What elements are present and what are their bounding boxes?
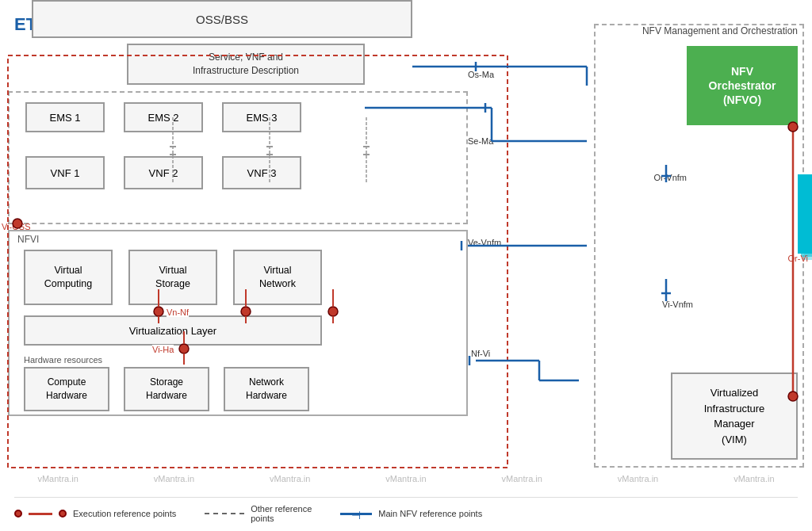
watermark-5: vMantra.in xyxy=(502,474,542,483)
vim-box: VirtualizedInfrastructureManager(VIM) xyxy=(671,372,798,460)
virtualization-layer-box: Virtualization Layer xyxy=(24,315,322,346)
legend-red-dot-left xyxy=(14,510,22,518)
vnf-row: VNF 1 VNF 2 VNF 3 xyxy=(25,156,301,189)
legend-dashed-line xyxy=(205,513,244,514)
or-vi-label: Or-Vi xyxy=(788,254,808,263)
legend-execution-ref: Execution reference points xyxy=(14,509,176,518)
legend-red-line xyxy=(29,513,52,515)
service-vnf-box: Service, VNF and Infrastructure Descript… xyxy=(127,44,365,85)
legend: Execution reference points Other referen… xyxy=(14,497,798,523)
vn-nf-label: Vn-Nf xyxy=(167,308,189,317)
hardware-resources-row: ComputeHardware StorageHardware NetworkH… xyxy=(24,367,309,411)
watermark-7: vMantra.in xyxy=(733,474,774,483)
network-hardware-box: NetworkHardware xyxy=(224,367,309,411)
legend-red-dot-right xyxy=(59,510,67,518)
vnf2-box: VNF 2 xyxy=(124,156,203,189)
legend-execution-text: Execution reference points xyxy=(73,509,176,518)
nfvi-label: NFVI xyxy=(17,234,39,245)
oss-bss-box: OSS/BSS xyxy=(32,0,412,38)
watermark-1: vMantra.in xyxy=(37,474,78,483)
vnf-section: EMS 1 EMS 2 EMS 3 VNF 1 VNF 2 VNF 3 xyxy=(8,91,468,224)
watermark-4: vMantra.in xyxy=(385,474,426,483)
ems-row: EMS 1 EMS 2 EMS 3 xyxy=(25,102,301,132)
watermark-row: vMantra.in vMantra.in vMantra.in vMantra… xyxy=(0,474,812,483)
vi-vnfm-label: Vi-Vnfm xyxy=(662,300,693,309)
legend-other-text: Other reference points xyxy=(251,504,312,523)
ems2-box: EMS 2 xyxy=(124,102,203,132)
legend-main-nfv-ref: ⊣ Main NFV reference points xyxy=(340,509,482,518)
storage-hardware-box: StorageHardware xyxy=(124,367,209,411)
watermark-3: vMantra.in xyxy=(270,474,310,483)
ems1-box: EMS 1 xyxy=(25,102,105,132)
virtual-resources-row: VirtualComputing VirtualStorage VirtualN… xyxy=(24,250,322,305)
hw-resources-label: Hardware resources xyxy=(24,355,102,365)
virtual-storage-box: VirtualStorage xyxy=(128,250,217,305)
legend-blue-line: ⊣ xyxy=(340,513,372,515)
os-ma-label: Os-Ma xyxy=(468,70,494,79)
vi-oss-label: Vi-OSS xyxy=(2,222,30,231)
vnf3-box: VNF 3 xyxy=(222,156,301,189)
vi-ha-label: Vi-Ha xyxy=(152,345,174,354)
nfvo-box: NFVOrchestrator(NFVO) xyxy=(687,46,798,125)
ve-vnfm-label: Ve-Vnfm xyxy=(468,238,501,247)
legend-other-ref: Other reference points xyxy=(205,504,312,523)
ems3-box: EMS 3 xyxy=(222,102,301,132)
nf-vi-label: Nf-Vi xyxy=(471,349,490,358)
watermark-6: vMantra.in xyxy=(618,474,658,483)
vnfm-box: VNFManager(s)(VNFM) xyxy=(798,174,812,254)
vnf1-box: VNF 1 xyxy=(25,156,105,189)
watermark-2: vMantra.in xyxy=(154,474,194,483)
legend-main-nfv-text: Main NFV reference points xyxy=(378,509,482,518)
virtual-network-box: VirtualNetwork xyxy=(233,250,322,305)
virtual-computing-box: VirtualComputing xyxy=(24,250,113,305)
compute-hardware-box: ComputeHardware xyxy=(24,367,109,411)
se-ma-label: Se-Ma xyxy=(468,136,493,146)
or-vnfm-label: Or-Vnfm xyxy=(653,173,687,182)
